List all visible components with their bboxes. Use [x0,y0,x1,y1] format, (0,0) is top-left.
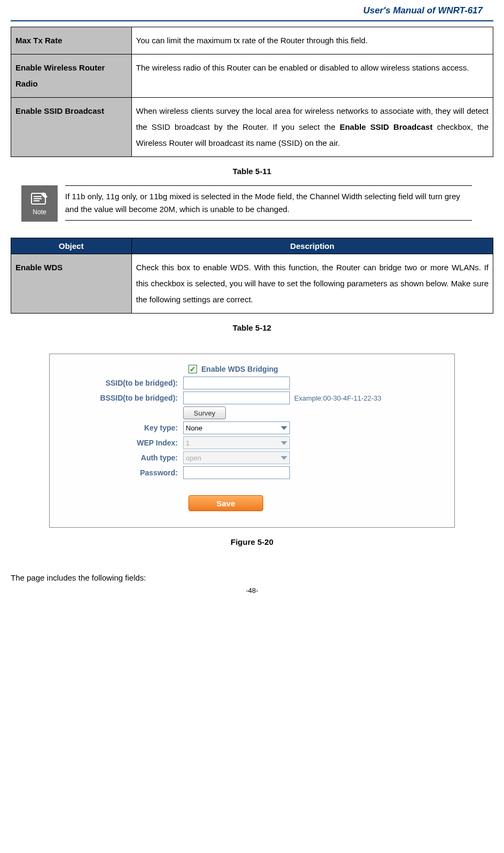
param-label: Enable Wireless Router Radio [11,54,132,98]
note-icon-label: Note [33,208,46,216]
table-row: Max Tx Rate You can limit the maximum tx… [11,27,493,54]
column-header-description: Description [131,238,493,254]
auth-type-select: open [183,451,290,464]
table-header-row: Object Description [11,238,493,254]
enable-wds-label: Enable WDS Bridging [201,365,278,373]
wep-index-label: WEP Index: [71,439,183,447]
param-desc: You can limit the maximum tx rate of the… [131,27,493,54]
footer-intro-text: The page includes the following fields: [11,573,493,582]
ssid-label: SSID(to be bridged): [71,379,183,387]
bssid-example-text: Example:00-30-4F-11-22-33 [294,394,381,402]
note-text: If 11b only, 11g only, or 11bg mixed is … [65,185,472,221]
table-row: Enable SSID Broadcast When wireless clie… [11,98,493,157]
key-type-select[interactable]: None [183,421,290,434]
wep-index-select: 1 [183,436,290,449]
bssid-label: BSSID(to be bridged): [71,394,183,402]
desc-text-bold: Enable SSID Broadcast [340,122,432,131]
note-callout: Note If 11b only, 11g only, or 11bg mixe… [21,185,472,222]
page-header-title: User's Manual of WNRT-617 [11,0,493,21]
ssid-input[interactable] [183,377,290,389]
survey-button[interactable]: Survey [183,406,226,419]
password-input[interactable] [183,466,290,479]
bssid-input[interactable] [183,392,290,404]
parameters-table-1: Max Tx Rate You can limit the maximum tx… [11,27,493,157]
save-button[interactable]: Save [188,495,263,511]
table-row: Enable WDS Check this box to enable WDS.… [11,254,493,314]
enable-wds-checkbox[interactable]: ✓ [188,365,197,373]
wds-config-figure: ✓ Enable WDS Bridging SSID(to be bridged… [49,354,455,528]
page-number: -48- [11,586,493,594]
figure-5-20-caption: Figure 5-20 [11,537,493,546]
param-desc: When wireless clients survey the local a… [131,98,493,157]
table-row: Enable Wireless Router Radio The wireles… [11,54,493,98]
param-desc: The wireless radio of this Router can be… [131,54,493,98]
parameters-table-2: Object Description Enable WDS Check this… [11,238,493,314]
param-desc: Check this box to enable WDS. With this … [131,254,493,314]
param-label: Enable SSID Broadcast [11,98,132,157]
table-5-11-caption: Table 5-11 [11,167,493,176]
key-type-label: Key type: [71,424,183,432]
note-icon: Note [21,185,58,222]
password-label: Password: [71,468,183,477]
table-5-12-caption: Table 5-12 [11,323,493,332]
auth-type-label: Auth type: [71,453,183,462]
column-header-object: Object [11,238,132,254]
param-label: Max Tx Rate [11,27,132,54]
param-label: Enable WDS [11,254,132,314]
